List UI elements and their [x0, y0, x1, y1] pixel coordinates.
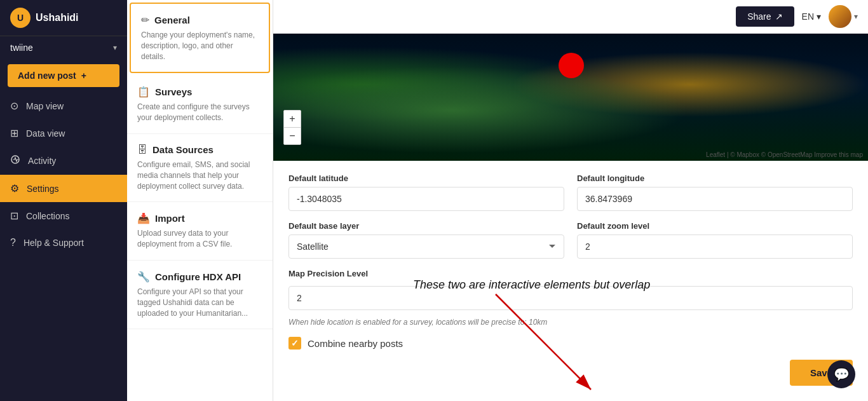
top-header: Share ↗ EN ▾ ▾ — [273, 0, 868, 34]
default-latitude-input[interactable] — [288, 187, 564, 211]
surveys-icon: 📋 — [137, 86, 150, 98]
surveys-desc: Create and configure the surveys your de… — [137, 102, 262, 123]
form-content: Default latitude Default longitude Defau… — [273, 161, 868, 401]
collections-icon: ⊡ — [10, 210, 18, 222]
map-container: + − Leaflet | © Mapbox © OpenStreetMap I… — [273, 34, 868, 161]
surveys-title: Surveys — [155, 86, 192, 97]
data-sources-title: Data Sources — [153, 144, 214, 155]
share-button[interactable]: Share ↗ — [736, 6, 794, 27]
import-icon: 📥 — [137, 212, 150, 224]
settings-item-data-sources[interactable]: 🗄 Data Sources Configure email, SMS, and… — [127, 134, 273, 202]
precision-hint: When hide location is enabled for a surv… — [288, 318, 853, 327]
map-marker — [559, 53, 584, 78]
map-view-icon: ⊙ — [10, 100, 18, 112]
general-desc: Change your deployment's name, descripti… — [141, 30, 259, 62]
add-post-icon: + — [81, 71, 86, 81]
main-nav: ⊙ Map view ⊞ Data view Activity ⚙ Settin… — [0, 92, 127, 256]
sidebar-item-collections[interactable]: ⊡ Collections — [0, 202, 127, 229]
configure-hdx-title: Configure HDX API — [155, 271, 241, 282]
settings-item-configure-hdx[interactable]: 🔧 Configure HDX API Configure your API s… — [127, 261, 273, 329]
map-zoom-controls: + − — [283, 110, 301, 145]
logo-text: Ushahidi — [36, 12, 79, 24]
map-background — [273, 34, 868, 161]
main-wrapper: Share ↗ EN ▾ ▾ + − Leaflet | © Mapbox © … — [273, 0, 868, 401]
chat-button[interactable]: 💬 — [827, 360, 855, 388]
combine-nearby-posts-checkbox[interactable]: ✓ — [288, 337, 301, 350]
user-chevron: ▾ — [854, 12, 858, 21]
map-precision-label: Map Precision Level — [288, 269, 853, 278]
settings-panel: ✏ General Change your deployment's name,… — [127, 0, 273, 401]
default-longitude-input[interactable] — [577, 187, 853, 211]
settings-item-import[interactable]: 📥 Import Upload survey data to your depl… — [127, 202, 273, 261]
help-icon: ? — [10, 237, 16, 248]
workspace-name: twiine — [10, 43, 33, 53]
workspace-chevron: ▾ — [113, 43, 117, 52]
import-title: Import — [155, 213, 185, 224]
data-sources-icon: 🗄 — [137, 144, 147, 156]
add-post-button[interactable]: Add new post + — [8, 64, 119, 87]
default-longitude-label: Default longitude — [577, 173, 853, 183]
sidebar-item-label: Data view — [26, 128, 65, 139]
precision-row: Map Precision Level When hide location i… — [288, 269, 853, 327]
settings-item-surveys[interactable]: 📋 Surveys Create and configure the surve… — [127, 76, 273, 134]
configure-hdx-desc: Configure your API so that your tagged U… — [137, 287, 262, 318]
sidebar-item-label: Collections — [26, 211, 69, 221]
default-latitude-label: Default latitude — [288, 173, 564, 183]
map-attribution: Leaflet | © Mapbox © OpenStreetMap Impro… — [706, 151, 863, 158]
language-selector[interactable]: EN ▾ — [802, 11, 821, 22]
sidebar-item-label: Activity — [28, 156, 56, 166]
add-post-label: Add new post — [18, 71, 76, 81]
default-zoom-level-input[interactable] — [577, 234, 853, 259]
share-icon: ↗ — [775, 11, 783, 22]
lang-chevron: ▾ — [817, 11, 821, 22]
workspace-selector[interactable]: twiine ▾ — [0, 36, 127, 59]
default-longitude-group: Default longitude — [577, 173, 853, 211]
base-layer-row: Default base layer Satellite Street Terr… — [288, 221, 853, 259]
sidebar-item-help[interactable]: ? Help & Support — [0, 229, 127, 256]
save-btn-container: Save — [288, 350, 853, 391]
sidebar: U Ushahidi twiine ▾ Add new post + ⊙ Map… — [0, 0, 127, 401]
sidebar-item-label: Map view — [26, 101, 64, 111]
data-sources-desc: Configure email, SMS, and social media c… — [137, 160, 262, 191]
data-view-icon: ⊞ — [10, 127, 18, 139]
default-base-layer-group: Default base layer Satellite Street Terr… — [288, 221, 564, 259]
lang-label: EN — [802, 11, 814, 22]
combine-nearby-posts-label: Combine nearby posts — [308, 338, 403, 349]
map-precision-input[interactable] — [288, 286, 853, 310]
general-title: General — [154, 15, 190, 25]
combine-nearby-posts-row: ✓ Combine nearby posts — [288, 337, 853, 350]
lat-lng-row: Default latitude Default longitude — [288, 173, 853, 211]
sidebar-item-label: Settings — [27, 184, 59, 194]
general-icon: ✏ — [141, 14, 149, 26]
sidebar-item-map-view[interactable]: ⊙ Map view — [0, 92, 127, 119]
default-zoom-level-group: Default zoom level — [577, 221, 853, 259]
zoom-out-button[interactable]: − — [284, 128, 301, 144]
default-latitude-group: Default latitude — [288, 173, 564, 211]
logo-area: U Ushahidi — [0, 0, 127, 36]
import-desc: Upload survey data to your deployment fr… — [137, 228, 262, 250]
activity-icon — [10, 154, 20, 167]
logo-icon: U — [10, 8, 31, 28]
main-content: + − Leaflet | © Mapbox © OpenStreetMap I… — [273, 34, 868, 401]
user-avatar[interactable] — [829, 5, 851, 28]
checkmark-icon: ✓ — [291, 338, 299, 348]
sidebar-item-settings[interactable]: ⚙ Settings — [0, 175, 127, 202]
settings-item-general[interactable]: ✏ General Change your deployment's name,… — [130, 3, 270, 73]
zoom-in-button[interactable]: + — [284, 111, 301, 127]
share-label: Share — [747, 11, 771, 22]
configure-hdx-icon: 🔧 — [137, 271, 150, 283]
default-base-layer-select[interactable]: Satellite Street Terrain — [288, 234, 564, 259]
default-base-layer-label: Default base layer — [288, 221, 564, 231]
sidebar-item-activity[interactable]: Activity — [0, 147, 127, 175]
sidebar-item-data-view[interactable]: ⊞ Data view — [0, 119, 127, 147]
sidebar-item-label: Help & Support — [24, 238, 84, 248]
default-zoom-level-label: Default zoom level — [577, 221, 853, 231]
user-menu[interactable]: ▾ — [829, 5, 858, 28]
chat-icon: 💬 — [834, 367, 850, 382]
settings-icon: ⚙ — [10, 182, 19, 194]
